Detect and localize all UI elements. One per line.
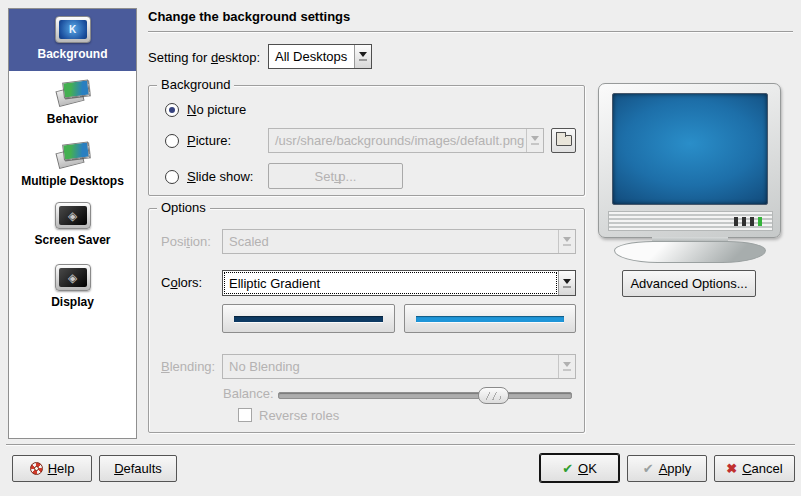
no-picture-radio[interactable] xyxy=(165,103,179,117)
monitor-preview xyxy=(598,83,781,238)
desktop-select-value: All Desktops xyxy=(269,45,354,68)
options-group-legend: Options xyxy=(157,200,210,215)
balance-label: Balance: xyxy=(223,386,274,401)
sidebar-item-display[interactable]: ◈ Display xyxy=(9,257,136,319)
help-button[interactable]: Help xyxy=(12,455,92,482)
colors-value: Elliptic Gradient xyxy=(223,271,558,295)
blending-value: No Blending xyxy=(223,355,558,378)
position-value: Scaled xyxy=(223,230,558,253)
options-groupbox: Options Position: Scaled Colors: Ellipti… xyxy=(148,208,585,433)
apply-button[interactable]: ✔ Apply xyxy=(627,455,707,482)
background-groupbox: Background No picture Picture: /usr/shar… xyxy=(148,85,585,196)
slide-show-radio[interactable] xyxy=(165,170,179,184)
picture-path-value: /usr/share/backgrounds/images/default.pn… xyxy=(269,129,526,152)
browse-picture-button[interactable] xyxy=(551,128,576,153)
check-icon: ✔ xyxy=(562,462,573,475)
sidebar-item-label: Display xyxy=(51,295,94,309)
header-separator xyxy=(148,31,793,33)
sidebar-item-label: Behavior xyxy=(47,112,98,126)
monitor-vents xyxy=(608,211,773,231)
picture-label[interactable]: Picture: xyxy=(187,133,231,148)
multiple-desktops-icon xyxy=(54,140,92,170)
x-icon: ✖ xyxy=(726,462,737,475)
module-sidebar: K Background Behavior Multiple Desktops … xyxy=(8,8,137,439)
behavior-icon xyxy=(54,78,92,108)
setting-for-desktop-label: Setting for desktop: xyxy=(148,50,260,65)
preview-screen xyxy=(612,93,768,205)
desktop-select-combobox[interactable]: All Desktops xyxy=(268,44,372,69)
picture-path-combobox: /usr/share/backgrounds/images/default.pn… xyxy=(268,128,544,153)
balance-slider xyxy=(278,392,572,399)
sidebar-item-label: Screen Saver xyxy=(34,233,110,247)
no-picture-label[interactable]: No picture xyxy=(187,102,246,117)
background-group-legend: Background xyxy=(157,77,234,92)
ok-button[interactable]: ✔ OK xyxy=(540,454,619,482)
monitor-stand-base xyxy=(614,241,766,263)
advanced-options-button[interactable]: Advanced Options... xyxy=(622,270,756,297)
folder-icon xyxy=(556,135,572,146)
cancel-button[interactable]: ✖ Cancel xyxy=(714,455,795,482)
colors-label: Colors: xyxy=(161,275,202,290)
balance-slider-handle xyxy=(478,387,509,404)
chevron-down-icon xyxy=(558,230,575,253)
display-icon: ◈ xyxy=(55,264,91,291)
sidebar-item-multiple-desktops[interactable]: Multiple Desktops xyxy=(9,133,136,195)
reverse-roles-checkbox xyxy=(238,408,252,422)
chevron-down-icon xyxy=(558,271,575,295)
slide-show-setup-button: Setup... xyxy=(268,163,403,189)
color1-swatch xyxy=(234,316,383,322)
reverse-roles-label: Reverse roles xyxy=(259,408,339,423)
colors-combobox[interactable]: Elliptic Gradient xyxy=(222,270,576,296)
power-led xyxy=(758,217,762,226)
blending-label: Blending: xyxy=(161,359,215,374)
position-label: Position: xyxy=(161,234,211,249)
slide-show-label[interactable]: Slide show: xyxy=(187,169,253,184)
background-settings-dialog: K Background Behavior Multiple Desktops … xyxy=(0,0,801,496)
color2-swatch xyxy=(416,316,564,322)
picture-radio[interactable] xyxy=(165,134,179,148)
color1-button[interactable] xyxy=(222,304,395,333)
blending-combobox: No Blending xyxy=(222,354,576,379)
chevron-down-icon xyxy=(526,129,543,152)
sidebar-item-screen-saver[interactable]: ◈ Screen Saver xyxy=(9,195,136,257)
chevron-down-icon xyxy=(354,45,371,68)
sidebar-item-background[interactable]: K Background xyxy=(9,9,136,71)
page-title: Change the background settings xyxy=(148,9,350,24)
chevron-down-icon xyxy=(558,355,575,378)
help-icon xyxy=(30,462,43,475)
sidebar-item-label: Multiple Desktops xyxy=(21,174,124,188)
kde-logo-icon: K xyxy=(59,20,87,39)
check-icon: ✔ xyxy=(643,462,654,475)
slider-grip-icon xyxy=(486,392,501,400)
color2-button[interactable] xyxy=(404,304,576,333)
sidebar-item-behavior[interactable]: Behavior xyxy=(9,71,136,133)
background-icon: K xyxy=(55,16,91,43)
screen-saver-icon: ◈ xyxy=(55,202,91,229)
defaults-button[interactable]: Defaults xyxy=(99,455,177,482)
footer-separator xyxy=(6,444,795,446)
position-combobox: Scaled xyxy=(222,229,576,254)
sidebar-item-label: Background xyxy=(37,47,107,61)
